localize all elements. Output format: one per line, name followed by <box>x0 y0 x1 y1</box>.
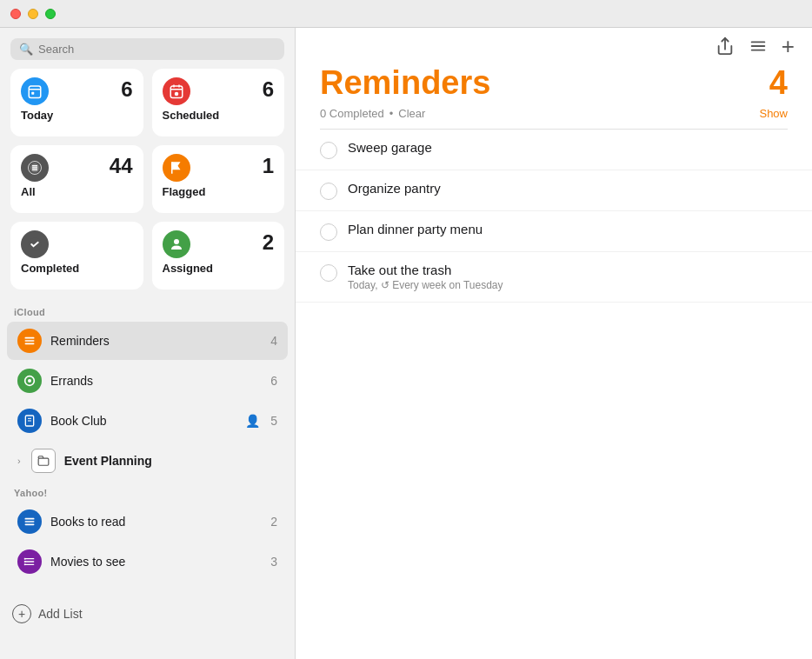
moviestosee-list-count: 3 <box>270 555 277 569</box>
bookstoread-list-count: 2 <box>270 515 277 529</box>
list-item-eventplanning[interactable]: › Event Planning <box>7 442 288 480</box>
add-list-icon: + <box>12 604 31 623</box>
reminder-checkbox-organize-pantry[interactable] <box>320 183 337 200</box>
separator: • <box>389 107 394 120</box>
reminder-item-organize-pantry[interactable]: Organize pantry <box>296 170 812 211</box>
search-icon: 🔍 <box>19 43 33 56</box>
search-bar[interactable]: 🔍 <box>10 38 284 60</box>
reminder-subtitle-take-out-trash: Today, ↺ Every week on Tuesday <box>348 279 503 291</box>
svg-rect-2 <box>31 92 34 95</box>
reminder-title-plan-dinner: Plan dinner party menu <box>348 222 483 236</box>
bookstoread-list-icon <box>17 509 42 534</box>
list-options-button[interactable] <box>749 37 768 56</box>
reminder-item-plan-dinner[interactable]: Plan dinner party menu <box>296 211 812 252</box>
errands-list-icon <box>17 369 42 393</box>
main-content: + Reminders 4 0 Completed • Clear Show S… <box>296 28 812 659</box>
scheduled-count: 6 <box>263 77 274 102</box>
svg-point-32 <box>24 563 26 565</box>
icloud-section-header: iCloud <box>0 300 295 321</box>
chevron-right-icon: › <box>17 456 21 466</box>
smart-list-scheduled[interactable]: 6 Scheduled <box>152 69 285 136</box>
sidebar: 🔍 6 Today 6 <box>0 28 296 659</box>
eventplanning-list-icon <box>31 449 56 473</box>
bookclub-list-icon <box>17 409 42 433</box>
moviestosee-list-icon <box>17 549 42 574</box>
moviestosee-list-name: Movies to see <box>50 555 262 569</box>
reminders-list-name: Reminders <box>50 334 262 348</box>
svg-point-19 <box>28 379 31 383</box>
svg-rect-23 <box>38 458 49 465</box>
eventplanning-list-name: Event Planning <box>64 454 277 468</box>
reminder-title-take-out-trash: Take out the trash <box>348 263 503 277</box>
reminders-title: Reminders <box>320 64 490 102</box>
assigned-label: Assigned <box>163 262 275 275</box>
share-button[interactable] <box>715 37 735 56</box>
add-reminder-button[interactable]: + <box>782 35 795 57</box>
assigned-icon <box>163 230 190 258</box>
close-button[interactable] <box>10 9 21 19</box>
all-icon <box>21 154 49 182</box>
reminder-item-sweep-garage[interactable]: Sweep garage <box>296 130 812 170</box>
errands-list-count: 6 <box>270 374 277 388</box>
bookstoread-list-name: Books to read <box>50 515 262 529</box>
list-item-bookstoread[interactable]: Books to read 2 <box>7 503 288 541</box>
completed-bar: 0 Completed • Clear Show <box>296 107 812 129</box>
smart-lists-grid: 6 Today 6 Scheduled <box>0 69 295 300</box>
reminders-header: Reminders 4 <box>296 64 812 107</box>
reminder-checkbox-sweep-garage[interactable] <box>320 142 337 159</box>
reminder-text-organize-pantry: Organize pantry <box>348 181 441 196</box>
all-count: 44 <box>110 154 133 178</box>
svg-point-31 <box>24 561 26 562</box>
reminder-checkbox-plan-dinner[interactable] <box>320 223 337 241</box>
today-icon <box>21 77 49 105</box>
svg-point-14 <box>174 239 179 244</box>
reminder-title-organize-pantry: Organize pantry <box>348 181 441 196</box>
svg-rect-0 <box>29 86 41 98</box>
svg-point-7 <box>174 92 178 97</box>
title-bar <box>0 0 812 28</box>
list-item-reminders[interactable]: Reminders 4 <box>7 322 288 360</box>
add-list-button[interactable]: + Add List <box>0 596 295 632</box>
flagged-label: Flagged <box>163 185 275 198</box>
minimize-button[interactable] <box>28 9 38 19</box>
list-item-errands[interactable]: Errands 6 <box>7 362 288 400</box>
shared-icon: 👤 <box>245 414 260 428</box>
svg-point-30 <box>24 558 26 560</box>
smart-list-all[interactable]: 44 All <box>10 145 143 213</box>
reminders-list-count: 4 <box>270 334 277 348</box>
bookclub-list-name: Book Club <box>50 414 236 428</box>
smart-list-assigned[interactable]: 2 Assigned <box>152 222 285 290</box>
flagged-count: 1 <box>263 154 274 178</box>
all-label: All <box>21 185 133 198</box>
yahoo-section-header: Yahoo! <box>0 481 295 502</box>
reminder-text-sweep-garage: Sweep garage <box>348 140 432 155</box>
reminder-text-plan-dinner: Plan dinner party menu <box>348 222 483 236</box>
search-input[interactable] <box>38 43 276 56</box>
reminder-item-take-out-trash[interactable]: Take out the trash Today, ↺ Every week o… <box>296 252 812 303</box>
list-item-moviestosee[interactable]: Movies to see 3 <box>7 543 288 581</box>
completed-count-text: 0 Completed <box>320 107 384 120</box>
show-link[interactable]: Show <box>759 107 788 120</box>
flagged-icon <box>163 154 190 182</box>
toolbar: + <box>296 28 812 64</box>
list-item-bookclub[interactable]: Book Club 👤 5 <box>7 402 288 440</box>
clear-link[interactable]: Clear <box>398 107 425 120</box>
assigned-count: 2 <box>263 230 274 255</box>
app-window: 🔍 6 Today 6 <box>0 28 812 659</box>
maximize-button[interactable] <box>45 9 56 19</box>
reminders-total-count: 4 <box>769 64 788 102</box>
smart-list-completed[interactable]: Completed <box>10 222 143 290</box>
reminder-title-sweep-garage: Sweep garage <box>348 140 432 155</box>
errands-list-name: Errands <box>50 374 262 388</box>
add-list-label: Add List <box>38 607 83 621</box>
reminders-list-icon <box>17 329 42 353</box>
reminder-checkbox-take-out-trash[interactable] <box>320 264 337 282</box>
bookclub-list-count: 5 <box>270 414 277 428</box>
completed-label: Completed <box>21 262 133 275</box>
scheduled-label: Scheduled <box>163 109 275 122</box>
smart-list-today[interactable]: 6 Today <box>10 69 143 136</box>
scheduled-icon <box>163 77 190 105</box>
smart-list-flagged[interactable]: 1 Flagged <box>152 145 285 213</box>
today-count: 6 <box>121 77 132 102</box>
completed-icon <box>21 230 49 258</box>
